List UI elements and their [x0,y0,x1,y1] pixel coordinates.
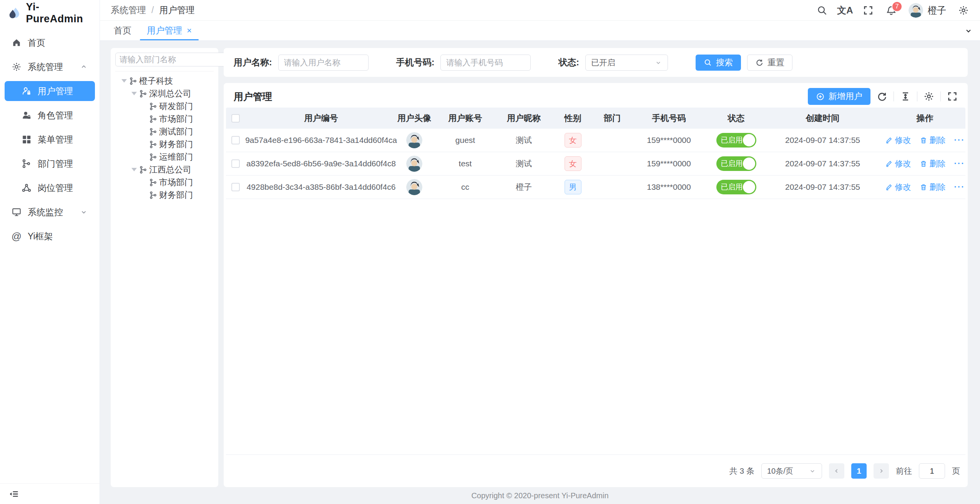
table-toolbar: 新增用户 [808,88,958,105]
sidebar-item-users[interactable]: 用户管理 [5,81,95,101]
user-nickname: 测试 [499,158,549,169]
prev-page-button[interactable] [829,463,844,479]
column-header: 性别 [549,113,597,124]
page-size-select[interactable]: 10条/页 [761,463,822,479]
refresh-icon[interactable] [877,91,887,102]
sidebar-item-label: 菜单管理 [38,134,73,146]
row-checkbox[interactable] [231,136,240,144]
user-id: 9a57a4e8-e196-663a-7841-3a14dd60f4ca [245,136,397,145]
logo[interactable]: Yi-PureAdmin [0,2,100,24]
row-checkbox[interactable] [231,159,240,168]
tree-node[interactable]: 财务部门 [115,138,214,151]
table-row: 4928be8d-3c34-a385-86bf-3a14dd60f4c6 cc … [226,176,965,199]
goto-page-input[interactable] [919,463,945,479]
more-actions-icon[interactable]: ··· [954,159,965,169]
gender-tag: 女 [565,133,581,148]
column-header: 用户账号 [432,113,499,124]
user-avatar [406,132,422,148]
delete-button[interactable]: 删除 [920,182,946,192]
home-icon [12,38,22,48]
tree-node[interactable]: 研发部门 [115,100,214,113]
tree-node[interactable]: 橙子科技 [115,75,214,87]
caret-down-icon[interactable] [129,168,139,171]
tree-search-row [115,53,214,71]
chevron-right-icon [877,467,885,475]
column-settings-gear-icon[interactable] [924,91,934,102]
more-actions-icon[interactable]: ··· [954,182,965,192]
notification-bell-icon[interactable]: 7 [885,5,897,16]
tab-user-management[interactable]: 用户管理 × [139,21,199,40]
plus-circle-icon [816,92,825,101]
search-button[interactable]: 搜索 [696,55,741,71]
row-density-icon[interactable] [900,91,911,102]
sidebar-item-roles[interactable]: 角色管理 [5,105,95,125]
tree-node[interactable]: 市场部门 [115,113,214,125]
user-phone: 138****0000 [628,182,710,192]
avatar [909,3,923,18]
delete-button[interactable]: 删除 [920,135,946,146]
sidebar-group-system[interactable]: 系统管理 [5,57,95,77]
pencil-icon [885,160,893,167]
footer: Copyright © 2020-present Yi-PureAdmin [100,487,980,504]
username-input[interactable] [278,55,369,71]
settings-gear-icon[interactable] [958,5,969,16]
username-label: 用户名称: [234,56,272,68]
tree-node[interactable]: 江西总公司 [115,163,214,176]
dept-tree-icon [149,153,158,161]
breadcrumb-current: 用户管理 [159,4,194,16]
phone-input[interactable] [440,55,531,71]
more-actions-icon[interactable]: ··· [954,135,965,145]
edit-button[interactable]: 修改 [885,135,911,146]
tab-options-dropdown[interactable] [957,21,980,40]
delete-button[interactable]: 删除 [920,158,946,169]
sidebar-group-monitor[interactable]: 系统监控 [5,202,95,222]
dept-search-field[interactable] [115,53,239,66]
menu-fold-icon[interactable] [8,489,19,499]
status-toggle-label: 已启用 [716,159,743,169]
breadcrumb-parent[interactable]: 系统管理 [111,4,146,16]
chevron-down-icon [809,467,816,475]
status-toggle[interactable]: 已启用 [716,156,756,171]
status-toggle[interactable]: 已启用 [716,133,756,148]
status-select[interactable]: 已开启 [585,55,668,71]
tab-bar: 首页 用户管理 × [100,21,980,41]
close-icon[interactable]: × [187,27,192,35]
next-page-button[interactable] [874,463,889,479]
tree-node[interactable]: 深圳总公司 [115,87,214,100]
dept-search-input[interactable] [120,55,224,64]
tree-node[interactable]: 运维部门 [115,151,214,163]
row-checkbox[interactable] [231,183,240,191]
sidebar-item-home[interactable]: 首页 [5,33,95,53]
sidebar: Yi-PureAdmin 首页 系统管理 用户管理 角色管理 [0,0,100,504]
tree-node[interactable]: 财务部门 [115,189,214,201]
tab-home[interactable]: 首页 [106,21,139,40]
add-user-button[interactable]: 新增用户 [808,88,870,105]
sidebar-item-framework[interactable]: @ Yi框架 [5,226,95,246]
sidebar-item-departments[interactable]: 部门管理 [5,154,95,174]
sidebar-item-posts[interactable]: 岗位管理 [5,178,95,198]
caret-down-icon[interactable] [129,92,139,95]
edit-button[interactable]: 修改 [885,158,911,169]
fullscreen-icon[interactable] [862,5,874,16]
translate-glyph: 文A [837,4,853,17]
status-toggle[interactable]: 已启用 [716,180,756,194]
tree-node[interactable]: 测试部门 [115,125,214,138]
edit-label: 修改 [895,135,911,146]
main-column: 系统管理 / 用户管理 文A 7 [100,0,980,504]
page-number-button[interactable]: 1 [851,463,867,479]
phone-label: 手机号码: [396,56,435,68]
caret-down-icon[interactable] [119,79,129,83]
fullscreen-icon[interactable] [947,91,958,102]
sidebar-item-menus[interactable]: 菜单管理 [5,129,95,149]
gender-tag: 男 [565,180,581,194]
chevron-left-icon [833,467,840,475]
edit-button[interactable]: 修改 [885,182,911,192]
breadcrumb: 系统管理 / 用户管理 [111,4,194,16]
tree-node[interactable]: 市场部门 [115,176,214,189]
translate-icon[interactable]: 文A [839,5,851,16]
select-all-checkbox[interactable] [231,114,240,123]
user-menu[interactable]: 橙子 [909,3,946,18]
search-icon[interactable] [816,5,828,16]
right-column: 用户名称: 手机号码: 状态: 已开启 搜索 [224,48,968,487]
reset-button[interactable]: 重置 [747,55,792,71]
